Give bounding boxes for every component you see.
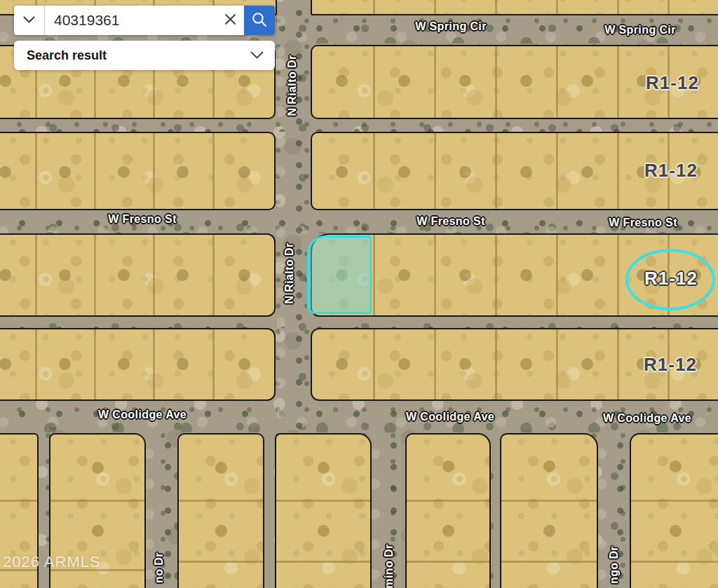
lot-dot <box>0 166 11 178</box>
search-combobox-toggle[interactable] <box>14 6 45 35</box>
search-input[interactable] <box>45 6 216 35</box>
copyright-watermark: 2026 ARMLS <box>3 553 101 571</box>
street-label: W Coolidge Ave <box>406 411 494 423</box>
lot-line <box>495 235 497 315</box>
lot-line <box>212 235 215 315</box>
lot-line <box>668 0 670 14</box>
lot-line <box>179 500 263 502</box>
street-label: W Fresno St <box>609 217 677 229</box>
lot-line <box>631 500 718 502</box>
lot-dot <box>459 75 471 87</box>
lot-dot <box>581 75 593 87</box>
lot-line <box>617 133 619 209</box>
clear-button[interactable] <box>216 6 244 35</box>
lot-dot <box>0 269 11 281</box>
lot-dot <box>520 358 532 370</box>
lot-line <box>556 329 558 399</box>
lot-dot <box>336 75 348 87</box>
zoning-label: R1-12 <box>646 72 699 94</box>
selection-ellipse <box>625 249 715 310</box>
lot-dot <box>215 525 227 537</box>
lot-line <box>556 0 558 14</box>
search-bar <box>14 6 275 35</box>
lot-line <box>556 235 558 315</box>
street-label: W Spring Cir <box>604 24 676 36</box>
street-label: ngo Dr <box>608 546 621 584</box>
search-result-dropdown[interactable]: Search result <box>14 41 275 70</box>
lot-line <box>495 329 497 399</box>
lot-dot <box>398 166 410 178</box>
lot-line <box>407 500 489 502</box>
parcel-block <box>0 328 276 401</box>
parcel-block <box>0 233 276 317</box>
alley-upper <box>0 119 718 132</box>
street-label: W Spring Cir <box>415 20 487 33</box>
chevron-down-icon <box>250 51 275 60</box>
lot-dot <box>177 358 189 370</box>
lot-dot <box>520 75 532 87</box>
lot-dot <box>336 358 348 370</box>
lot-line <box>212 133 215 209</box>
lot-dot <box>0 358 11 370</box>
lot-line <box>495 133 497 209</box>
lot-line <box>373 133 375 209</box>
lot-dot <box>92 525 104 537</box>
lot-dot <box>459 269 471 281</box>
lot-line <box>617 329 619 399</box>
lot-dot <box>177 269 189 281</box>
lot-dot <box>177 75 189 87</box>
parcel-block <box>177 433 264 588</box>
zoning-label: R1-12 <box>644 160 698 182</box>
street-label: W Coolidge Ave <box>603 412 691 425</box>
lot-line <box>556 46 558 118</box>
street-label: N Rialto Dr <box>286 55 299 116</box>
street-label: mino Dr <box>383 544 395 588</box>
search-button[interactable] <box>244 6 275 35</box>
parcel-block <box>0 132 276 210</box>
lot-dot <box>238 75 250 87</box>
lot-line <box>0 500 37 502</box>
lot-dot <box>581 166 593 178</box>
lot-dot <box>670 525 682 537</box>
parcel-block <box>405 433 491 588</box>
lot-dot <box>238 358 250 370</box>
lot-line <box>212 329 215 399</box>
lot-dot <box>398 75 410 87</box>
lot-dot <box>520 269 532 281</box>
lot-dot <box>459 166 471 178</box>
lot-dot <box>238 269 250 281</box>
lot-line <box>153 329 155 399</box>
lot-dot <box>581 269 593 281</box>
street-label: no Dr <box>153 552 165 583</box>
close-icon <box>224 13 236 27</box>
street-label: W Fresno St <box>416 215 485 228</box>
selected-parcel[interactable] <box>307 235 372 314</box>
parcel-block <box>630 433 718 588</box>
lot-line <box>179 561 263 563</box>
lot-dot <box>59 75 71 87</box>
lot-dot <box>442 460 454 472</box>
lot-line <box>94 133 96 209</box>
lot-line <box>276 561 370 563</box>
street-label: W Coolidge Ave <box>98 409 187 421</box>
lot-line <box>495 0 497 14</box>
lot-line <box>373 329 375 399</box>
lot-line <box>501 561 597 563</box>
lot-dot <box>59 358 71 370</box>
lot-line <box>94 329 96 399</box>
alley-lower <box>0 317 718 328</box>
lot-dot <box>238 166 250 178</box>
lot-line <box>434 46 436 118</box>
lot-line <box>434 0 436 14</box>
lot-dot <box>670 460 682 472</box>
chevron-down-icon <box>23 15 35 26</box>
lot-line <box>617 235 619 315</box>
lot-line <box>434 329 436 399</box>
lot-line <box>434 133 436 209</box>
lot-dot <box>581 358 593 370</box>
lot-dot <box>442 525 454 537</box>
lot-line <box>434 235 436 315</box>
lot-line <box>276 500 370 502</box>
parcel-block <box>500 433 598 588</box>
lot-dot <box>398 358 410 370</box>
